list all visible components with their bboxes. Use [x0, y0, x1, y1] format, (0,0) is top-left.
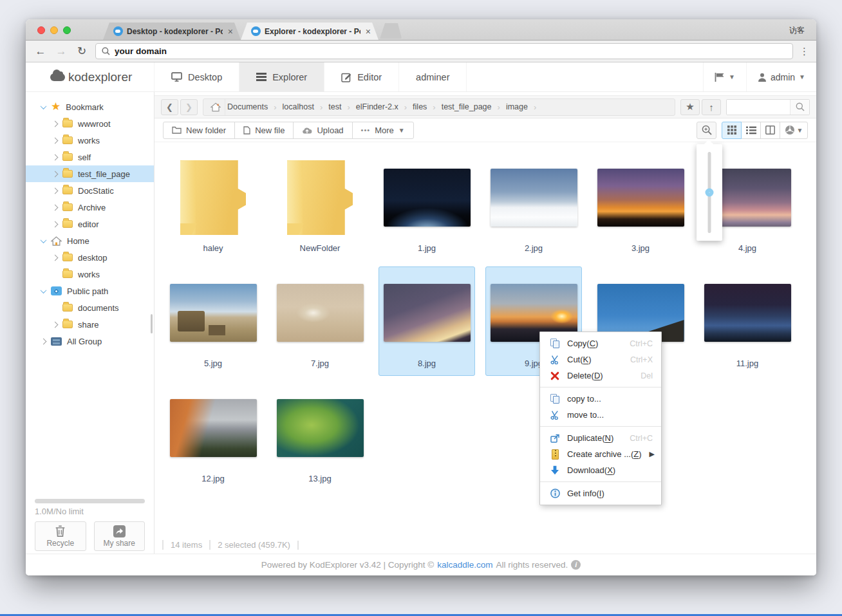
sidebar-item-share[interactable]: share — [26, 316, 154, 333]
new-tab-button[interactable] — [380, 23, 402, 39]
sidebar-item-documents[interactable]: documents — [26, 299, 154, 316]
chevron-right-icon[interactable] — [52, 120, 59, 127]
footer-link[interactable]: kalcaddle.com — [437, 560, 492, 570]
breadcrumb-home-button[interactable] — [206, 99, 225, 115]
sidebar-item-wwwroot[interactable]: wwwroot — [26, 115, 154, 132]
favorite-star-button[interactable]: ★ — [680, 99, 700, 115]
file-haley[interactable]: haley — [165, 151, 261, 261]
grid-view-button[interactable] — [722, 122, 742, 139]
file-newfolder[interactable]: NewFolder — [272, 151, 368, 261]
menu-item-cut[interactable]: Cut(K) Ctrl+X — [540, 351, 661, 368]
sidebar-scrollbar[interactable] — [151, 314, 153, 333]
menu-item-duplicate[interactable]: Duplicate(N) Ctrl+C — [540, 430, 661, 446]
sidebar-section-home[interactable]: Home — [26, 232, 154, 249]
chevron-down-icon[interactable] — [41, 237, 47, 243]
fullscreen-window-button[interactable] — [63, 26, 71, 34]
history-forward-button[interactable]: ❯ — [180, 99, 198, 115]
menu-item-copy-to[interactable]: copy to... — [540, 391, 661, 407]
sidebar-item-editor[interactable]: editor — [26, 216, 154, 232]
more-button[interactable]: ••• More ▼ — [352, 122, 414, 139]
split-view-button[interactable] — [760, 122, 780, 139]
chevron-right-icon[interactable] — [52, 154, 59, 160]
sidebar-item-docstatic[interactable]: DocStatic — [26, 182, 154, 199]
address-bar[interactable]: your domain — [95, 43, 793, 59]
chevron-right-icon[interactable] — [52, 204, 59, 210]
upload-button[interactable]: Upload — [293, 122, 352, 139]
file-11jpg[interactable]: 11.jpg — [699, 266, 796, 376]
up-directory-button[interactable]: ↑ — [702, 99, 721, 115]
file-13jpg[interactable]: 13.jpg — [272, 382, 368, 491]
file-12jpg[interactable]: 12.jpg — [165, 382, 261, 491]
chevron-right-icon[interactable] — [52, 171, 59, 177]
nav-tab-editor[interactable]: Editor — [324, 62, 399, 91]
breadcrumb-item[interactable]: image — [504, 102, 530, 111]
menu-item-delete[interactable]: Delete(D) Del — [540, 368, 661, 384]
chevron-right-icon[interactable] — [52, 137, 59, 144]
new-file-button[interactable]: New file — [234, 122, 294, 139]
zoom-slider-handle[interactable] — [706, 189, 714, 197]
sidebar-item-test-file-page[interactable]: test_file_page — [26, 165, 154, 182]
sidebar-section-all-group[interactable]: All Group — [26, 333, 154, 350]
sidebar-item-archive[interactable]: Archive — [26, 199, 154, 216]
back-icon[interactable]: ← — [33, 45, 48, 58]
breadcrumb-item[interactable]: test_file_page — [440, 102, 494, 111]
zoom-button[interactable] — [697, 122, 716, 139]
breadcrumb-item[interactable]: files — [411, 102, 429, 111]
chevron-right-icon[interactable] — [52, 221, 59, 227]
chevron-down-icon[interactable] — [41, 103, 47, 109]
search-input[interactable] — [727, 100, 790, 115]
recycle-button[interactable]: Recycle — [35, 521, 86, 551]
file-2jpg[interactable]: 2.jpg — [485, 151, 582, 261]
search-button[interactable] — [790, 100, 809, 115]
nav-tab-desktop[interactable]: Desktop — [154, 62, 239, 91]
app-logo[interactable]: kodexplorer — [26, 62, 154, 91]
breadcrumb-item[interactable]: Documents — [225, 102, 270, 111]
file-1jpg[interactable]: 1.jpg — [379, 151, 475, 261]
menu-item-get-info[interactable]: Get info(I) — [540, 485, 661, 501]
menu-item-move-to[interactable]: move to... — [540, 407, 661, 423]
sidebar-section-bookmark[interactable]: ★ Bookmark — [26, 98, 154, 115]
close-window-button[interactable] — [37, 26, 45, 34]
context-menu: Copy(C) Ctrl+C Cut(K) Ctrl+X Delete(D) D… — [539, 331, 662, 505]
user-menu-button[interactable]: admin ▼ — [746, 62, 816, 91]
file-7jpg[interactable]: 7.jpg — [272, 266, 368, 376]
sidebar-item-self[interactable]: self — [26, 149, 154, 165]
nav-tab-explorer[interactable]: Explorer — [239, 62, 324, 91]
browser-profile-label[interactable]: 访客 — [789, 25, 805, 36]
language-flag-button[interactable]: ▼ — [703, 62, 746, 91]
breadcrumb-item[interactable]: localhost — [281, 102, 316, 111]
browser-menu-icon[interactable]: ⋮ — [800, 50, 809, 53]
sidebar-section-public-path[interactable]: Public path — [26, 283, 154, 299]
menu-item-copy[interactable]: Copy(C) Ctrl+C — [540, 335, 661, 351]
info-icon[interactable]: i — [571, 560, 581, 570]
breadcrumb-item[interactable]: elFinder-2.x — [354, 102, 400, 111]
menu-item-create-archive[interactable]: Create archive ...(Z) ▶ — [540, 446, 661, 462]
list-view-button[interactable] — [741, 122, 761, 139]
history-back-button[interactable]: ❮ — [161, 99, 178, 115]
breadcrumb-item[interactable]: test — [326, 102, 343, 111]
sidebar-item-works[interactable]: works — [26, 132, 154, 149]
my-share-button[interactable]: My share — [94, 521, 145, 551]
nav-tab-adminer[interactable]: adminer — [399, 62, 467, 91]
upload-label: Upload — [317, 126, 343, 135]
chevron-right-icon[interactable] — [41, 338, 47, 344]
new-folder-button[interactable]: New folder — [163, 122, 235, 139]
forward-icon[interactable]: → — [54, 45, 68, 58]
chevron-right-icon[interactable] — [52, 254, 59, 261]
sidebar-item-desktop[interactable]: desktop — [26, 249, 154, 266]
chevron-right-icon[interactable] — [52, 321, 59, 328]
file-8jpg-selected[interactable]: 8.jpg — [379, 266, 475, 376]
menu-item-download[interactable]: Download(X) — [540, 462, 661, 478]
file-5jpg[interactable]: 5.jpg — [165, 266, 261, 376]
browser-tab-explorer[interactable]: Explorer - kodexplorer - Power × — [241, 23, 379, 40]
close-tab-icon[interactable]: × — [364, 26, 372, 37]
theme-button[interactable]: ▼ — [780, 122, 808, 139]
chevron-down-icon[interactable] — [41, 287, 47, 294]
chevron-right-icon[interactable] — [52, 187, 59, 194]
minimize-window-button[interactable] — [50, 26, 58, 34]
file-3jpg[interactable]: 3.jpg — [592, 151, 689, 261]
sidebar-item-home-works[interactable]: works — [26, 266, 154, 283]
close-tab-icon[interactable]: × — [227, 26, 234, 37]
browser-tab-desktop[interactable]: Desktop - kodexplorer - Power × — [103, 23, 241, 40]
reload-icon[interactable]: ↻ — [75, 44, 89, 58]
